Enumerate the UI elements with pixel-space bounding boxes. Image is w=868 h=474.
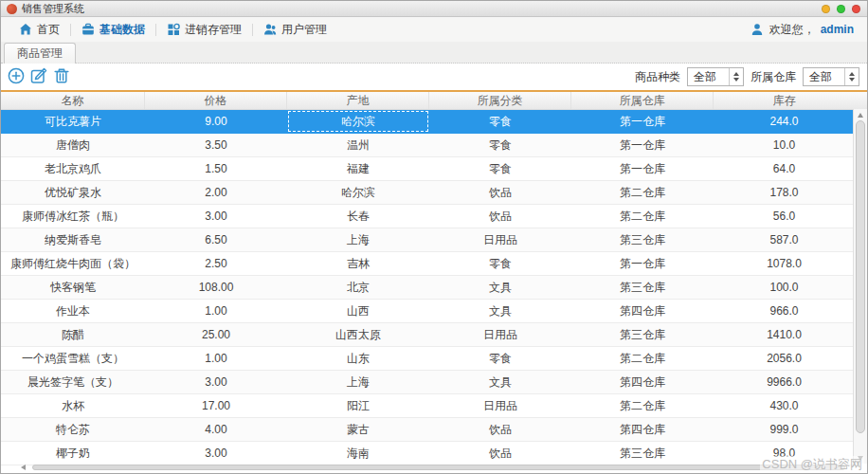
table-row[interactable]: 康师傅冰红茶（瓶）3.00长春饮品第二仓库56.0 [1,205,855,228]
table-cell[interactable]: 日用品 [429,394,571,417]
table-cell[interactable]: 零食 [429,252,571,275]
table-cell[interactable]: 饮品 [429,205,571,228]
table-cell[interactable]: 1410.0 [714,323,855,346]
table-cell[interactable]: 山西 [287,300,429,322]
table-cell[interactable]: 430.0 [714,394,855,417]
table-cell[interactable]: 文具 [429,276,571,299]
delete-button[interactable] [50,65,73,88]
table-cell[interactable]: 第四仓库 [571,300,714,322]
table-cell[interactable]: 第四仓库 [571,418,714,441]
table-cell[interactable]: 999.0 [714,418,855,441]
table-cell[interactable]: 第四仓库 [571,371,714,393]
table-cell[interactable]: 10.0 [714,134,855,156]
table-row[interactable]: 可比克薯片9.00哈尔滨零食第一仓库244.0 [1,110,855,134]
table-cell[interactable]: 蒙古 [287,418,429,441]
table-cell[interactable]: 作业本 [1,300,145,322]
table-cell[interactable]: 康师傅红烧牛肉面（袋） [1,252,145,275]
close-button[interactable] [852,5,860,13]
table-cell[interactable]: 饮品 [429,418,571,441]
table-cell[interactable]: 日用品 [429,323,571,346]
column-header[interactable]: 产地 [287,92,429,109]
table-cell[interactable]: 4.00 [145,418,287,441]
menu-item-home[interactable]: 首页 [9,22,70,38]
table-cell[interactable]: 9.00 [145,110,287,133]
table-cell[interactable]: 晨光签字笔（支） [1,371,145,393]
table-cell[interactable]: 2.00 [145,181,287,204]
table-cell[interactable]: 1.00 [145,347,287,370]
column-header[interactable]: 所属仓库 [571,92,714,109]
table-cell[interactable]: 北京 [287,276,429,299]
table-cell[interactable]: 零食 [429,347,571,370]
table-row[interactable]: 作业本1.00山西文具第四仓库966.0 [1,300,855,323]
table-cell[interactable]: 第一仓库 [571,157,714,180]
menu-item-basic-data[interactable]: 基础数据 [71,22,155,38]
table-cell[interactable]: 第一仓库 [571,134,714,156]
table-cell[interactable]: 快客钢笔 [1,276,145,299]
table-cell[interactable]: 第一仓库 [571,110,714,133]
table-cell[interactable]: 108.00 [145,276,287,299]
table-row[interactable]: 老北京鸡爪1.50福建零食第一仓库64.0 [1,157,855,181]
table-cell[interactable]: 吉林 [287,252,429,275]
horizontal-scrollbar[interactable] [1,462,855,473]
username[interactable]: admin [821,23,854,36]
table-row[interactable]: 一个鸡蛋雪糕（支）1.00山东零食第二仓库2056.0 [1,347,855,371]
table-cell[interactable]: 9966.0 [714,371,855,393]
table-cell[interactable]: 可比克薯片 [1,110,145,133]
table-cell[interactable]: 2056.0 [714,347,855,370]
table-cell[interactable]: 100.0 [714,276,855,299]
table-row[interactable]: 晨光签字笔（支）3.00上海文具第四仓库9966.0 [1,371,855,394]
table-row[interactable]: 快客钢笔108.00北京文具第三仓库100.0 [1,276,855,300]
table-cell[interactable]: 水杯 [1,394,145,417]
horizontal-scrollbar-thumb[interactable] [32,465,845,470]
column-header[interactable]: 所属分类 [429,92,571,109]
table-cell[interactable]: 哈尔滨 [287,181,429,204]
table-cell[interactable]: 上海 [287,228,429,251]
table-row[interactable]: 特仑苏4.00蒙古饮品第四仓库999.0 [1,418,855,442]
table-cell[interactable]: 零食 [429,110,571,133]
scroll-up-arrow[interactable] [854,109,867,120]
vertical-scrollbar[interactable] [853,109,867,464]
vertical-scrollbar-thumb[interactable] [856,120,865,433]
table-row[interactable]: 唐僧肉3.50温州零食第一仓库10.0 [1,134,855,157]
table-cell[interactable]: 第三仓库 [571,228,714,251]
tab-product-management[interactable]: 商品管理 [4,43,76,64]
table-cell[interactable]: 第二仓库 [571,347,714,370]
table-row[interactable]: 优悦矿泉水2.00哈尔滨饮品第二仓库178.0 [1,181,855,205]
column-header[interactable]: 价格 [145,92,287,109]
table-row[interactable]: 陈醋25.00山西太原日用品第三仓库1410.0 [1,323,855,347]
table-cell[interactable]: 饮品 [429,181,571,204]
table-cell[interactable]: 3.50 [145,134,287,156]
table-cell[interactable]: 一个鸡蛋雪糕（支） [1,347,145,370]
add-button[interactable] [5,65,27,88]
table-cell[interactable]: 福建 [287,157,429,180]
table-cell[interactable]: 日用品 [429,228,571,251]
edit-button[interactable] [27,65,50,88]
table-cell[interactable]: 966.0 [714,300,855,322]
table-cell[interactable]: 25.00 [145,323,287,346]
menu-item-inventory[interactable]: 进销存管理 [156,22,252,38]
table-row[interactable]: 纳爱斯香皂6.50上海日用品第三仓库587.0 [1,228,855,252]
table-cell[interactable]: 第二仓库 [571,394,714,417]
column-header[interactable]: 名称 [1,92,145,109]
table-cell[interactable]: 文具 [429,300,571,322]
table-cell[interactable]: 唐僧肉 [1,134,145,156]
table-cell[interactable]: 山西太原 [287,323,429,346]
table-cell[interactable]: 温州 [287,134,429,156]
table-cell[interactable]: 178.0 [714,181,855,204]
table-cell[interactable]: 3.00 [145,205,287,228]
table-cell[interactable]: 特仑苏 [1,418,145,441]
scroll-down-arrow[interactable] [854,452,867,464]
table-cell[interactable]: 64.0 [714,157,855,180]
table-cell[interactable]: 上海 [287,371,429,393]
table-cell[interactable]: 零食 [429,134,571,156]
menu-item-users[interactable]: 用户管理 [253,22,337,38]
table-row[interactable]: 水杯17.00阳江日用品第二仓库430.0 [1,394,855,418]
table-cell[interactable]: 2.50 [145,252,287,275]
table-cell[interactable]: 6.50 [145,228,287,251]
column-header[interactable]: 库存 [714,92,855,109]
warehouse-select[interactable]: 全部 [803,67,859,86]
table-cell[interactable]: 纳爱斯香皂 [1,228,145,251]
table-cell[interactable]: 1078.0 [714,252,855,275]
category-select[interactable]: 全部 [687,67,744,86]
table-cell[interactable]: 1.50 [145,157,287,180]
